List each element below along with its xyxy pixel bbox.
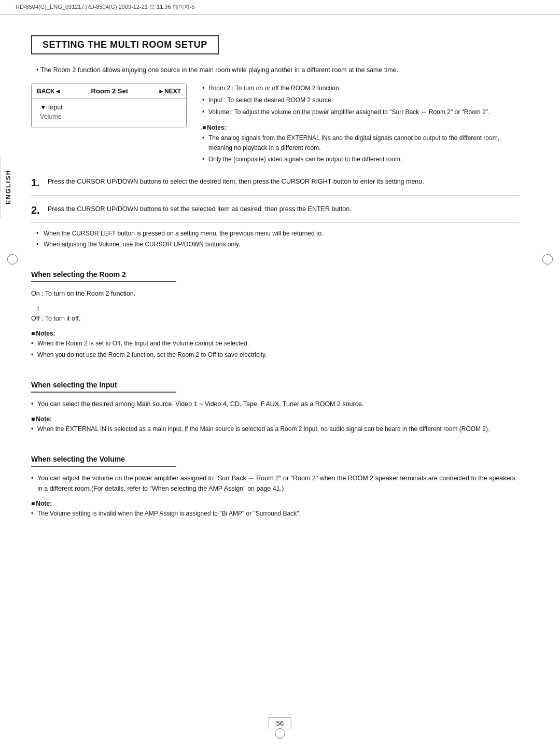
menu-item-input: ▼ Input [40,103,178,112]
input-note-label: Note: [31,415,519,423]
volume-note-1: The Volume setting is invalid when the A… [31,509,519,519]
step1-block: 1. Press the CURSOR UP/DOWN buttons to s… [31,176,519,196]
input-body: You can select the desired among Main so… [31,399,519,409]
notes-block: Notes: The analog signals from the EXTER… [202,124,519,165]
right-bullet-1: Room 2 : To turn on or off the ROOM 2 fu… [202,84,519,93]
room2-notes-block: Notes: When the Room 2 is set to Off, th… [31,330,519,360]
registration-mark-bottom [275,728,285,739]
room2-notes-label: Notes: [31,330,519,337]
notes-list: The analog signals from the EXTERNAL INs… [202,133,519,165]
step1-text: Press the CURSOR UP/DOWN buttons to sele… [48,176,424,187]
menu-top-bar: BACK◄ Room 2 Set ►NEXT [32,84,186,99]
header-bar: RD-8504(G)_ENG_091217:RD-8504(G) 2009-12… [0,0,560,15]
step2-text: Press the CURSOR UP/DOWN buttons to set … [48,204,352,214]
main-heading: SETTING THE MULTI ROOM SETUP [43,39,207,50]
menu-diagram: BACK◄ Room 2 Set ►NEXT ▼ Input Volume [31,84,187,128]
registration-mark-right [542,254,553,265]
step2-number: 2. [31,204,44,216]
sub-bullets-after-step2: When the CURSOR LEFT button is pressed o… [36,228,519,249]
menu-diagram-col: BACK◄ Room 2 Set ►NEXT ▼ Input Volume [31,84,187,166]
right-bullet-list: Room 2 : To turn on or off the ROOM 2 fu… [202,84,519,118]
sub-bullet-2: When adjusting the Volume, use the CURSO… [36,239,519,249]
room2-note-2: When you do not use the Room 2 function,… [31,350,519,360]
right-bullet-3: Volume : To adjust the volume on the pow… [202,107,519,117]
page-container: RD-8504(G)_ENG_091217:RD-8504(G) 2009-12… [0,0,560,750]
main-heading-box: SETTING THE MULTI ROOM SETUP [31,35,219,54]
menu-back-label: BACK◄ [37,88,61,95]
room2-off-text: Off : To turn it off. [31,313,519,324]
volume-notes-block: Note: The Volume setting is invalid when… [31,500,519,519]
input-heading: When selecting the Input [31,381,176,393]
sub-bullet-1: When the CURSOR LEFT button is pressed o… [36,228,519,239]
menu-title: Room 2 Set [61,87,159,95]
section-room2: When selecting the Room 2 On : To turn o… [31,260,519,360]
page-number: 56 [269,717,291,729]
section-input: When selecting the Input You can select … [31,370,519,434]
english-side-label: ENGLISH [0,156,16,218]
up-down-arrow: ↕ [36,304,40,312]
input-notes-list: When the EXTERNAL IN is selected as a ma… [31,424,519,434]
room2-on-text: On : To turn on the Room 2 function. [31,288,519,299]
room2-note-1: When the Room 2 is set to Off, the Input… [31,339,519,349]
section-volume: When selecting the Volume You can adjust… [31,445,519,519]
main-content: SETTING THE MULTI ROOM SETUP The Room 2 … [0,15,560,541]
volume-notes-list: The Volume setting is invalid when the A… [31,509,519,519]
input-notes-block: Note: When the EXTERNAL IN is selected a… [31,415,519,434]
registration-mark-left [7,254,18,265]
intro-text: The Room 2 function allows enjoying one … [36,65,519,75]
menu-next-label: ►NEXT [158,88,181,95]
volume-note-label: Note: [31,500,519,507]
menu-items: ▼ Input Volume [32,99,186,128]
note-item-2: Only the (composite) video signals can b… [202,155,519,164]
right-col: Room 2 : To turn on or off the ROOM 2 fu… [202,84,519,166]
volume-heading: When selecting the Volume [31,455,176,467]
notes-label: Notes: [202,124,519,131]
volume-body: You can adjust the volume on the power a… [31,473,519,494]
room2-heading: When selecting the Room 2 [31,270,176,282]
step1-number: 1. [31,176,44,189]
right-bullet-2: Input : To select the desired ROOM 2 sou… [202,95,519,105]
room2-notes-list: When the Room 2 is set to Off, the Input… [31,339,519,360]
input-note-1: When the EXTERNAL IN is selected as a ma… [31,424,519,434]
menu-and-notes: BACK◄ Room 2 Set ►NEXT ▼ Input Volume Ro… [31,84,519,166]
note-item-1: The analog signals from the EXTERNAL INs… [202,133,519,153]
menu-item-volume: Volume [40,112,178,121]
header-left: RD-8504(G)_ENG_091217:RD-8504(G) 2009-12… [16,3,194,11]
step2-block: 2. Press the CURSOR UP/DOWN buttons to s… [31,204,519,223]
